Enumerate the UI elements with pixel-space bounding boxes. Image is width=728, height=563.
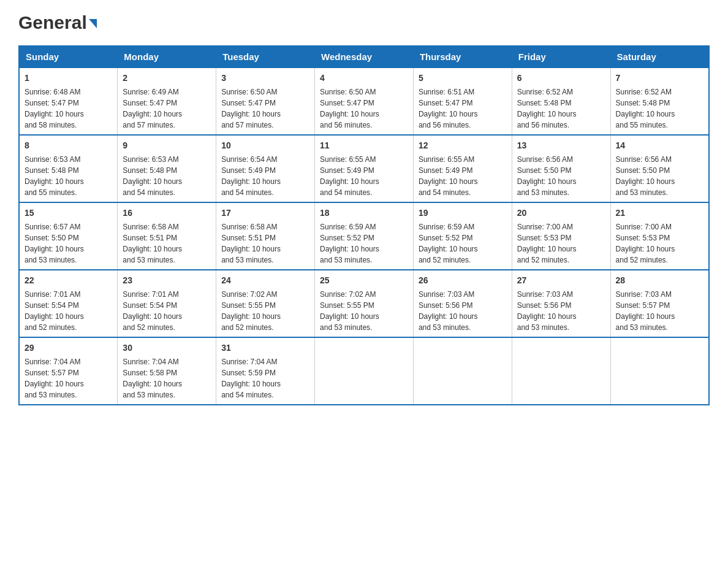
calendar-cell: 13Sunrise: 6:56 AMSunset: 5:50 PMDayligh… [512, 135, 610, 202]
day-number: 3 [221, 72, 309, 85]
logo: General [18, 12, 97, 33]
day-number: 27 [517, 274, 605, 287]
day-number: 29 [25, 342, 112, 354]
calendar-header-row: SundayMondayTuesdayWednesdayThursdayFrid… [19, 46, 709, 67]
calendar-cell: 7Sunrise: 6:52 AMSunset: 5:48 PMDaylight… [610, 67, 709, 135]
calendar-cell [610, 337, 709, 405]
calendar-cell: 1Sunrise: 6:48 AMSunset: 5:47 PMDaylight… [19, 67, 118, 135]
calendar-cell: 6Sunrise: 6:52 AMSunset: 5:48 PMDaylight… [512, 67, 610, 135]
calendar-cell: 10Sunrise: 6:54 AMSunset: 5:49 PMDayligh… [216, 135, 315, 202]
calendar-cell: 22Sunrise: 7:01 AMSunset: 5:54 PMDayligh… [19, 270, 118, 337]
logo-general-text: General [18, 12, 87, 33]
calendar-cell: 29Sunrise: 7:04 AMSunset: 5:57 PMDayligh… [19, 337, 118, 405]
calendar-cell: 23Sunrise: 7:01 AMSunset: 5:54 PMDayligh… [118, 270, 216, 337]
logo-triangle-icon [89, 19, 97, 28]
day-number: 4 [320, 72, 408, 85]
day-number: 8 [25, 139, 112, 152]
calendar-cell: 24Sunrise: 7:02 AMSunset: 5:55 PMDayligh… [216, 270, 315, 337]
day-number: 17 [221, 207, 309, 220]
calendar-cell: 4Sunrise: 6:50 AMSunset: 5:47 PMDaylight… [315, 67, 414, 135]
day-number: 7 [616, 72, 703, 85]
day-number: 30 [123, 342, 211, 354]
day-number: 24 [221, 274, 309, 287]
calendar-cell: 9Sunrise: 6:53 AMSunset: 5:48 PMDaylight… [118, 135, 216, 202]
calendar-cell: 3Sunrise: 6:50 AMSunset: 5:47 PMDaylight… [216, 67, 315, 135]
calendar-week-row: 22Sunrise: 7:01 AMSunset: 5:54 PMDayligh… [19, 270, 709, 337]
day-number: 13 [517, 139, 605, 152]
day-number: 5 [419, 72, 507, 85]
calendar-cell: 12Sunrise: 6:55 AMSunset: 5:49 PMDayligh… [413, 135, 512, 202]
weekday-header-sunday: Sunday [19, 46, 118, 67]
weekday-header-friday: Friday [512, 46, 610, 67]
weekday-header-tuesday: Tuesday [216, 46, 315, 67]
calendar-table: SundayMondayTuesdayWednesdayThursdayFrid… [18, 45, 710, 405]
calendar-cell: 21Sunrise: 7:00 AMSunset: 5:53 PMDayligh… [610, 202, 709, 270]
day-number: 31 [221, 342, 309, 354]
calendar-cell: 8Sunrise: 6:53 AMSunset: 5:48 PMDaylight… [19, 135, 118, 202]
calendar-cell [512, 337, 610, 405]
calendar-cell [315, 337, 414, 405]
day-number: 20 [517, 207, 605, 220]
calendar-week-row: 29Sunrise: 7:04 AMSunset: 5:57 PMDayligh… [19, 337, 709, 405]
calendar-cell: 17Sunrise: 6:58 AMSunset: 5:51 PMDayligh… [216, 202, 315, 270]
calendar-cell: 28Sunrise: 7:03 AMSunset: 5:57 PMDayligh… [610, 270, 709, 337]
calendar-cell: 5Sunrise: 6:51 AMSunset: 5:47 PMDaylight… [413, 67, 512, 135]
calendar-cell: 26Sunrise: 7:03 AMSunset: 5:56 PMDayligh… [413, 270, 512, 337]
weekday-header-wednesday: Wednesday [315, 46, 414, 67]
calendar-cell: 14Sunrise: 6:56 AMSunset: 5:50 PMDayligh… [610, 135, 709, 202]
day-number: 19 [419, 207, 507, 220]
page-header: General [18, 12, 710, 33]
calendar-cell: 11Sunrise: 6:55 AMSunset: 5:49 PMDayligh… [315, 135, 414, 202]
day-number: 25 [320, 274, 408, 287]
calendar-week-row: 1Sunrise: 6:48 AMSunset: 5:47 PMDaylight… [19, 67, 709, 135]
day-number: 23 [123, 274, 211, 287]
day-number: 10 [221, 139, 309, 152]
day-number: 18 [320, 207, 408, 220]
weekday-header-saturday: Saturday [610, 46, 709, 67]
day-number: 15 [25, 207, 112, 220]
day-number: 1 [25, 72, 112, 85]
calendar-week-row: 8Sunrise: 6:53 AMSunset: 5:48 PMDaylight… [19, 135, 709, 202]
calendar-week-row: 15Sunrise: 6:57 AMSunset: 5:50 PMDayligh… [19, 202, 709, 270]
day-number: 16 [123, 207, 211, 220]
calendar-cell [413, 337, 512, 405]
day-number: 14 [616, 139, 703, 152]
day-number: 6 [517, 72, 605, 85]
calendar-cell: 27Sunrise: 7:03 AMSunset: 5:56 PMDayligh… [512, 270, 610, 337]
calendar-cell: 25Sunrise: 7:02 AMSunset: 5:55 PMDayligh… [315, 270, 414, 337]
day-number: 21 [616, 207, 703, 220]
calendar-cell: 2Sunrise: 6:49 AMSunset: 5:47 PMDaylight… [118, 67, 216, 135]
weekday-header-thursday: Thursday [413, 46, 512, 67]
calendar-cell: 20Sunrise: 7:00 AMSunset: 5:53 PMDayligh… [512, 202, 610, 270]
day-number: 28 [616, 274, 703, 287]
calendar-cell: 16Sunrise: 6:58 AMSunset: 5:51 PMDayligh… [118, 202, 216, 270]
day-number: 2 [123, 72, 211, 85]
day-number: 26 [419, 274, 507, 287]
calendar-cell: 18Sunrise: 6:59 AMSunset: 5:52 PMDayligh… [315, 202, 414, 270]
day-number: 11 [320, 139, 408, 152]
calendar-cell: 15Sunrise: 6:57 AMSunset: 5:50 PMDayligh… [19, 202, 118, 270]
calendar-cell: 19Sunrise: 6:59 AMSunset: 5:52 PMDayligh… [413, 202, 512, 270]
weekday-header-monday: Monday [118, 46, 216, 67]
calendar-cell: 30Sunrise: 7:04 AMSunset: 5:58 PMDayligh… [118, 337, 216, 405]
calendar-cell: 31Sunrise: 7:04 AMSunset: 5:59 PMDayligh… [216, 337, 315, 405]
day-number: 22 [25, 274, 112, 287]
day-number: 9 [123, 139, 211, 152]
day-number: 12 [419, 139, 507, 152]
